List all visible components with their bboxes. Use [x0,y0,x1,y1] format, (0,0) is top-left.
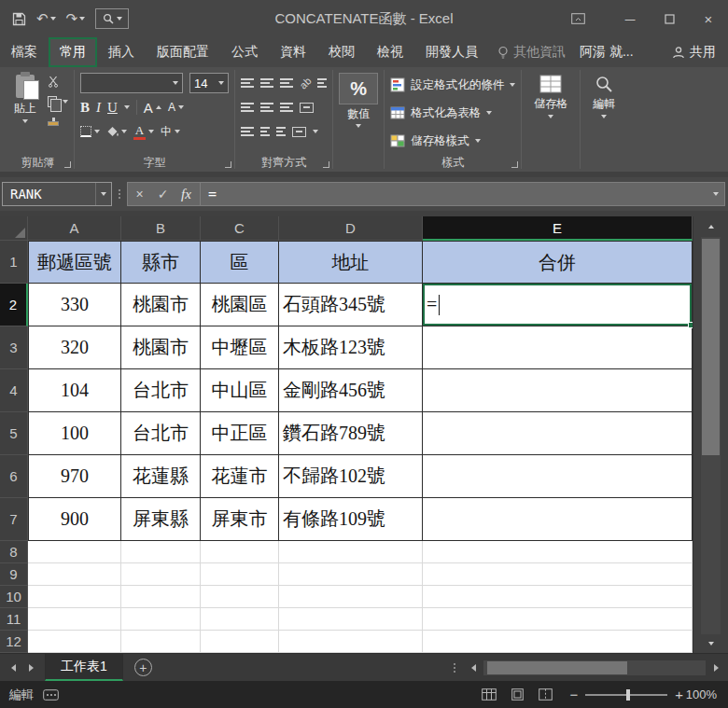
cell-b5[interactable]: 台北市 [121,412,201,455]
align-top-icon[interactable] [241,78,254,89]
justify-icon[interactable] [241,127,254,137]
underline-button[interactable]: U [107,100,118,116]
expand-formula-bar-button[interactable] [707,192,724,196]
format-painter-button[interactable] [48,114,68,128]
wrap-text-icon[interactable] [317,78,327,89]
tab-data[interactable]: 資料 [269,37,317,67]
select-all-button[interactable] [0,216,28,241]
cell-a8[interactable] [28,541,121,563]
row-header-2[interactable]: 2 [0,284,28,326]
row-header-3[interactable]: 3 [0,326,28,369]
row-header-10[interactable]: 10 [0,586,28,608]
vertical-scrollbar[interactable] [693,216,728,653]
zoom-slider[interactable] [585,694,667,696]
cell-b12[interactable] [121,631,201,653]
borders-button[interactable] [80,125,100,139]
dialog-launcher-icon[interactable] [323,161,329,168]
cell-d8[interactable] [279,541,423,563]
decrease-indent-icon[interactable] [260,127,270,137]
cell-e10[interactable] [423,586,693,608]
cell-styles-button[interactable]: 儲存格樣式 [390,129,515,153]
share-button[interactable]: 共用 [660,37,728,67]
cell-d6[interactable]: 不歸路102號 [279,455,423,498]
row-header-1[interactable]: 1 [0,241,28,284]
previous-sheet-button[interactable] [11,664,16,672]
conditional-formatting-button[interactable]: 設定格式化的條件 [390,73,515,97]
tab-review[interactable]: 校閱 [317,37,366,67]
tab-formulas[interactable]: 公式 [220,37,269,67]
formula-input[interactable]: = [203,186,707,202]
cell-e12[interactable] [423,631,693,653]
cell-a6[interactable]: 970 [28,455,121,498]
cell-e9[interactable] [423,563,693,586]
row-header-5[interactable]: 5 [0,412,28,455]
cell-a11[interactable] [28,608,121,631]
align-middle-icon[interactable] [260,78,273,89]
undo-button[interactable]: ↶ [36,12,56,26]
save-button[interactable] [12,12,26,26]
row-header-7[interactable]: 7 [0,498,28,541]
tab-view[interactable]: 檢視 [366,37,414,67]
qat-search-button[interactable] [95,8,129,29]
cell-b6[interactable]: 花蓮縣 [121,455,201,498]
cell-c3[interactable]: 中壢區 [201,326,279,369]
cells-button[interactable]: 儲存格 [527,73,574,154]
redo-button[interactable]: ↷ [66,12,86,26]
cell-d11[interactable] [279,608,423,631]
cell-c11[interactable] [201,608,279,631]
ribbon-display-options-button[interactable] [558,0,597,37]
cell-b3[interactable]: 桃園市 [121,326,201,369]
align-center-icon[interactable] [260,103,273,113]
cell-b9[interactable] [121,563,201,586]
cell-d12[interactable] [279,631,423,653]
merge-center-icon[interactable] [300,103,314,113]
tab-developer[interactable]: 開發人員 [414,37,489,67]
cell-b2[interactable]: 桃園市 [121,284,201,326]
cell-e3[interactable] [423,326,693,369]
cell-e11[interactable] [423,608,693,631]
cell-b7[interactable]: 屏東縣 [121,498,201,541]
column-header-d[interactable]: D [279,216,423,241]
tell-me-box[interactable]: 其他資訊 [489,37,574,67]
cell-a7[interactable]: 900 [28,498,121,541]
column-header-e[interactable]: E [423,216,693,241]
dialog-launcher-icon[interactable] [511,161,518,168]
cell-a2[interactable]: 330 [28,284,121,326]
cell-a3[interactable]: 320 [28,326,121,369]
page-layout-view-icon[interactable] [511,688,524,701]
chevron-down-icon[interactable] [356,124,361,128]
row-header-11[interactable]: 11 [0,608,28,631]
formula-bar-splitter[interactable] [119,189,120,199]
cell-c7[interactable]: 屏東市 [201,498,279,541]
cell-a12[interactable] [28,631,121,653]
zoom-level[interactable]: 100% [683,687,728,701]
dialog-launcher-icon[interactable] [225,161,231,168]
cell-c6[interactable]: 花蓮市 [201,455,279,498]
fill-color-button[interactable] [106,125,127,139]
cell-e4[interactable] [423,369,693,412]
cell-b8[interactable] [121,541,201,563]
page-break-view-icon[interactable] [539,688,553,701]
sheet-tab-active[interactable]: 工作表1 [45,654,123,681]
phonetic-guide-button[interactable]: 中 [161,125,180,139]
increase-font-button[interactable]: A [144,101,161,115]
merge-across-icon[interactable] [292,127,306,137]
cell-b11[interactable] [121,608,201,631]
confirm-entry-button[interactable]: ✓ [151,187,175,201]
font-color-button[interactable]: A [133,125,154,139]
horizontal-scroll-thumb[interactable] [487,661,627,674]
zoom-slider-thumb[interactable] [626,689,630,701]
dialog-launcher-icon[interactable] [64,161,71,168]
tab-file[interactable]: 檔案 [0,37,49,67]
cell-e1[interactable]: 合併 [423,241,693,284]
cell-c4[interactable]: 中山區 [201,369,279,412]
vertical-scroll-thumb[interactable] [702,239,720,455]
cell-e6[interactable] [423,455,693,498]
decrease-font-button[interactable]: A [168,101,184,115]
chevron-down-icon[interactable] [124,105,130,109]
cell-b10[interactable] [121,586,201,608]
cell-e7[interactable] [423,498,693,541]
normal-view-icon[interactable] [482,688,497,701]
next-sheet-button[interactable] [29,664,34,672]
bold-button[interactable]: B [80,100,90,116]
